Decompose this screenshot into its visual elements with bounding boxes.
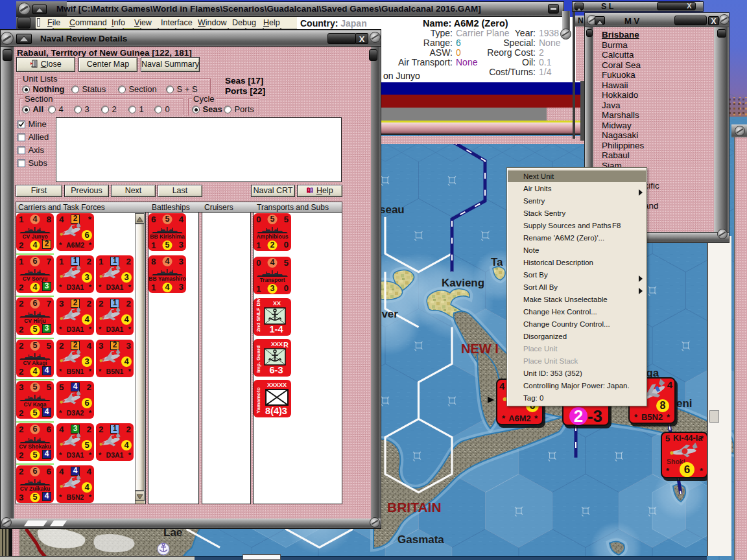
svg-text:seau: seau (379, 204, 405, 216)
svg-text:eni: eni (676, 397, 693, 410)
svg-text:Gasmata: Gasmata (397, 533, 444, 546)
svg-text:NEW I: NEW I (461, 342, 499, 356)
svg-text:Ta: Ta (491, 256, 503, 268)
svg-text:BRITAIN: BRITAIN (387, 500, 442, 515)
svg-text:Kavieng: Kavieng (442, 277, 484, 289)
